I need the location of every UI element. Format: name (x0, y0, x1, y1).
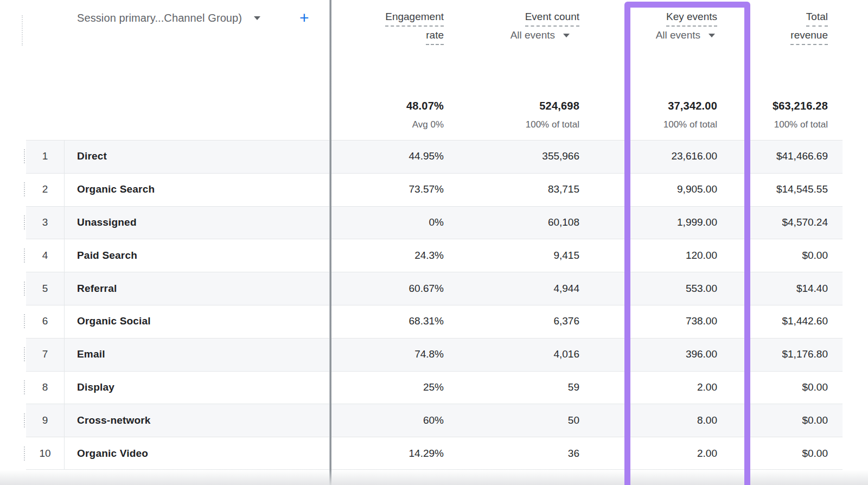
total-revenue-total: $63,216.28 100% of total (773, 100, 828, 130)
column-header-label[interactable]: Event count (525, 11, 579, 27)
event-count-filter-dropdown[interactable]: All events (510, 29, 570, 41)
left-edge-dots (24, 248, 25, 263)
row-grid-line (64, 239, 65, 272)
plus-icon: + (299, 9, 309, 27)
table-row[interactable]: 6 Organic Social 68.31% 6,376 738.00 $1,… (0, 305, 868, 338)
engagement-rate-value: 14.29% (409, 448, 444, 460)
left-edge-dots (24, 314, 25, 328)
key-events-value: 120.00 (686, 250, 717, 261)
event-count-value: 50 (568, 414, 579, 426)
row-grid-line (64, 206, 65, 239)
row-index: 9 (26, 414, 64, 426)
left-edge-dots (24, 380, 25, 394)
total-revenue-value: $4,570.24 (782, 216, 828, 228)
channel-name: Cross-network (77, 414, 151, 426)
dimension-selector-label: Session primary...Channel Group) (77, 12, 242, 24)
left-edge-dots (22, 15, 23, 46)
table-row[interactable]: 10 Organic Video 14.29% 36 2.00 $0.00 (0, 437, 868, 470)
total-revenue-value: $1,442.60 (782, 315, 828, 327)
event-count-value: 4,016 (553, 348, 579, 360)
event-count-value: 355,966 (542, 150, 579, 162)
table-row[interactable]: 3 Unassigned 0% 60,108 1,999.00 $4,570.2… (0, 206, 868, 239)
left-edge-dots (24, 215, 25, 229)
table-row[interactable]: 8 Display 25% 59 2.00 $0.00 (0, 371, 868, 404)
row-grid-line (64, 404, 65, 437)
table-row[interactable]: 2 Organic Search 73.57% 83,715 9,905.00 … (0, 173, 868, 206)
event-count-value: 4,944 (553, 283, 579, 295)
key-events-value: 1,999.00 (677, 216, 717, 228)
row-index: 3 (26, 216, 64, 228)
table-row[interactable]: 1 Direct 44.95% 355,966 23,616.00 $41,46… (0, 140, 868, 173)
engagement-rate-value: 24.3% (414, 250, 444, 261)
channel-name: Direct (77, 150, 107, 162)
left-edge-dots (24, 182, 25, 196)
engagement-rate-value: 74.8% (414, 348, 444, 360)
channel-name: Display (77, 381, 114, 393)
key-events-filter-dropdown[interactable]: All events (656, 29, 715, 41)
chevron-down-icon (254, 16, 260, 20)
total-sub-label: 100% of total (663, 119, 717, 130)
event-count-value: 9,415 (553, 250, 579, 261)
totals-row: 48.07% Avg 0% 524,698 100% of total 37,3… (0, 100, 868, 138)
total-key-events: 37,342.00 100% of total (663, 100, 717, 130)
total-revenue-value: $1,176.80 (782, 348, 828, 360)
filter-label: All events (510, 29, 555, 41)
engagement-rate-value: 73.57% (409, 183, 444, 195)
event-count-value: 60,108 (548, 216, 579, 228)
row-grid-line (64, 173, 65, 206)
total-sub-label: Avg 0% (406, 119, 444, 130)
total-revenue-value: $0.00 (802, 250, 828, 261)
column-header-label[interactable]: Total (806, 11, 828, 27)
table-row[interactable]: 4 Paid Search 24.3% 9,415 120.00 $0.00 (0, 239, 868, 272)
event-count-value: 83,715 (548, 183, 579, 195)
table-row[interactable]: 5 Referral 60.67% 4,944 553.00 $14.40 (0, 272, 868, 305)
channel-name: Organic Social (77, 315, 151, 327)
total-sub-label: 100% of total (526, 119, 579, 130)
column-header-total-revenue[interactable]: Total revenue (790, 11, 828, 45)
row-grid-line (64, 338, 65, 371)
total-engagement-rate: 48.07% Avg 0% (406, 100, 444, 130)
dimension-selector[interactable]: Session primary...Channel Group) (77, 12, 260, 24)
engagement-rate-value: 60.67% (409, 283, 444, 295)
engagement-rate-value: 44.95% (409, 150, 444, 162)
channel-name: Organic Video (77, 448, 148, 460)
table-row[interactable]: 7 Email 74.8% 4,016 396.00 $1,176.80 (0, 338, 868, 371)
total-value: 524,698 (526, 100, 579, 112)
column-header-label[interactable]: revenue (790, 29, 828, 45)
key-events-value: 9,905.00 (677, 183, 717, 195)
column-header-key-events[interactable]: Key events (666, 11, 717, 27)
key-events-value: 738.00 (686, 315, 717, 327)
row-grid-line (64, 140, 65, 173)
column-resize-divider[interactable] (329, 0, 331, 485)
analytics-table: Session primary...Channel Group) + Engag… (0, 0, 868, 485)
channel-name: Referral (77, 283, 117, 295)
table-row[interactable]: 9 Cross-network 60% 50 8.00 $0.00 (0, 404, 868, 437)
total-event-count: 524,698 100% of total (526, 100, 579, 130)
engagement-rate-value: 25% (423, 381, 444, 393)
column-header-label[interactable]: Key events (666, 11, 717, 27)
engagement-rate-value: 0% (429, 216, 444, 228)
row-index: 6 (26, 315, 64, 327)
row-index: 1 (26, 150, 64, 162)
row-index: 4 (26, 250, 64, 261)
event-count-value: 36 (568, 448, 579, 460)
key-events-value: 23,616.00 (671, 150, 717, 162)
column-header-label[interactable]: Engagement (385, 11, 444, 27)
column-header-label[interactable]: rate (426, 29, 444, 45)
column-header-engagement-rate[interactable]: Engagement rate (385, 11, 444, 45)
column-header-event-count[interactable]: Event count (525, 11, 579, 27)
total-revenue-value: $0.00 (802, 448, 828, 460)
row-index: 7 (26, 348, 64, 360)
chevron-down-icon (709, 34, 715, 37)
left-edge-dots (24, 282, 25, 296)
add-dimension-button[interactable]: + (299, 10, 309, 26)
engagement-rate-value: 68.31% (409, 315, 444, 327)
bottom-fade (0, 470, 868, 485)
key-events-value: 2.00 (697, 381, 717, 393)
engagement-rate-value: 60% (423, 414, 444, 426)
table-body: 1 Direct 44.95% 355,966 23,616.00 $41,46… (0, 140, 868, 470)
row-index: 2 (26, 183, 64, 195)
channel-name: Unassigned (77, 216, 137, 228)
event-count-value: 59 (568, 381, 579, 393)
filter-label: All events (656, 29, 700, 41)
